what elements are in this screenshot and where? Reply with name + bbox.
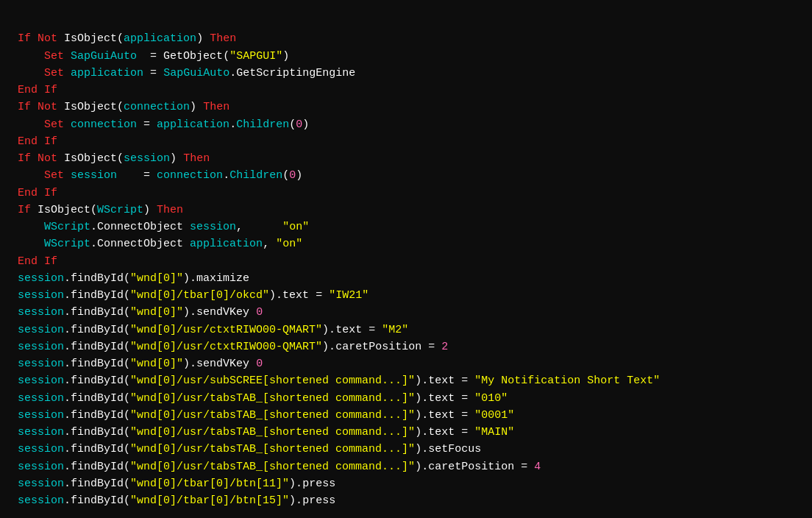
code-editor: If Not IsObject(application) Then Set Sa… [18,13,794,509]
code-line-1: If Not IsObject(application) Then Set Sa… [18,32,660,507]
